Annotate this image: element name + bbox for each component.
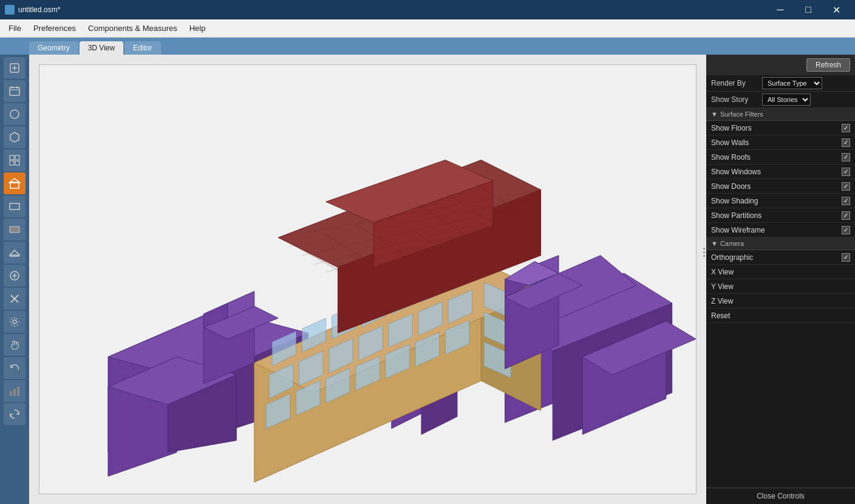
sidebar-btn-hand[interactable] xyxy=(4,334,26,356)
camera-orthographic-label: Orthographic xyxy=(711,253,842,262)
sidebar-btn-rect[interactable] xyxy=(4,196,26,217)
sidebar-btn-cross[interactable] xyxy=(4,288,26,310)
filter-windows-checkbox[interactable] xyxy=(842,168,850,176)
render-by-label: Render By xyxy=(711,79,760,87)
viewport-inner xyxy=(39,64,697,494)
camera-x-view[interactable]: X View xyxy=(706,265,855,279)
viewport[interactable] xyxy=(29,55,706,504)
filter-doors[interactable]: Show Doors xyxy=(706,179,855,194)
camera-header: ▼ Camera xyxy=(706,237,855,250)
filter-wireframe-checkbox[interactable] xyxy=(842,226,850,234)
filter-partitions-checkbox[interactable] xyxy=(842,211,850,220)
menu-help[interactable]: Help xyxy=(183,21,212,35)
svg-rect-10 xyxy=(15,155,19,160)
camera-y-view-label: Y View xyxy=(711,282,850,291)
titlebar-left: untitled.osm* xyxy=(5,5,60,15)
sidebar-btn-undo[interactable] xyxy=(4,357,26,379)
svg-rect-12 xyxy=(15,161,19,165)
main-area: Refresh Render By Surface Type Construct… xyxy=(0,55,855,504)
titlebar: untitled.osm* ─ □ ✕ xyxy=(0,0,855,19)
show-story-row: Show Story All Stories Story 1 Story 2 xyxy=(706,92,855,108)
svg-point-24 xyxy=(13,320,16,324)
svg-marker-17 xyxy=(10,250,19,255)
sidebar xyxy=(0,55,29,504)
svg-rect-27 xyxy=(17,387,19,396)
camera-reset[interactable]: Reset xyxy=(706,308,855,323)
filter-floors-checkbox[interactable] xyxy=(842,124,850,132)
maximize-button[interactable]: □ xyxy=(794,0,822,19)
sidebar-btn-calendar[interactable] xyxy=(4,80,26,102)
close-controls-button[interactable]: Close Controls xyxy=(706,488,855,504)
sidebar-btn-grid[interactable] xyxy=(4,149,26,171)
svg-rect-26 xyxy=(13,389,16,396)
svg-rect-3 xyxy=(10,87,19,95)
tab-editor[interactable]: Editor xyxy=(124,41,160,55)
sidebar-btn-building[interactable] xyxy=(4,172,26,194)
filter-walls-checkbox[interactable] xyxy=(842,138,850,147)
svg-rect-15 xyxy=(10,203,19,209)
collapse-icon: ▼ xyxy=(711,111,718,118)
refresh-row: Refresh xyxy=(706,55,855,75)
panel-resize-grip[interactable] xyxy=(701,240,706,264)
filter-shading-label: Show Shading xyxy=(711,197,842,205)
show-story-label: Show Story xyxy=(711,95,760,104)
camera-orthographic[interactable]: Orthographic xyxy=(706,250,855,265)
right-panel: Refresh Render By Surface Type Construct… xyxy=(706,55,855,504)
tabbar: Geometry 3D View Editor xyxy=(0,38,855,55)
surface-filters-header: ▼ Surface Filters xyxy=(706,108,855,121)
building-scene xyxy=(39,65,696,494)
filter-walls-label: Show Walls xyxy=(711,138,842,147)
svg-point-7 xyxy=(10,110,19,118)
camera-y-view[interactable]: Y View xyxy=(706,279,855,294)
sidebar-btn-solid[interactable] xyxy=(4,219,26,240)
refresh-button[interactable]: Refresh xyxy=(806,58,850,72)
grip-dot-1 xyxy=(703,248,705,250)
tab-3d-view[interactable]: 3D View xyxy=(80,41,123,55)
window-title: untitled.osm* xyxy=(18,5,60,14)
menu-file[interactable]: File xyxy=(2,21,27,35)
sidebar-btn-loop[interactable] xyxy=(4,403,26,425)
menu-components-measures[interactable]: Components & Measures xyxy=(82,21,183,35)
close-button[interactable]: ✕ xyxy=(822,0,850,19)
sidebar-btn-chart[interactable] xyxy=(4,380,26,402)
sidebar-btn-settings[interactable] xyxy=(4,311,26,333)
sidebar-btn-floor[interactable] xyxy=(4,242,26,264)
svg-rect-25 xyxy=(10,391,12,396)
filter-walls[interactable]: Show Walls xyxy=(706,135,855,150)
filter-doors-label: Show Doors xyxy=(711,182,842,191)
minimize-button[interactable]: ─ xyxy=(766,0,794,19)
grip-dot-3 xyxy=(703,255,705,257)
render-by-select[interactable]: Surface Type Construction Thermal Zone S… xyxy=(762,77,822,89)
filter-roofs-label: Show Roofs xyxy=(711,153,842,162)
camera-x-view-label: X View xyxy=(711,268,850,276)
filter-wireframe-label: Show Wireframe xyxy=(711,226,842,234)
filter-windows[interactable]: Show Windows xyxy=(706,165,855,179)
filter-roofs[interactable]: Show Roofs xyxy=(706,150,855,165)
show-story-select[interactable]: All Stories Story 1 Story 2 xyxy=(762,94,811,106)
menu-preferences[interactable]: Preferences xyxy=(27,21,82,35)
filter-partitions[interactable]: Show Partitions xyxy=(706,208,855,223)
filter-doors-checkbox[interactable] xyxy=(842,182,850,191)
menubar: File Preferences Components & Measures H… xyxy=(0,19,855,38)
camera-z-view[interactable]: Z View xyxy=(706,294,855,308)
filter-floors-label: Show Floors xyxy=(711,124,842,132)
sidebar-btn-new[interactable] xyxy=(4,57,26,79)
filter-shading-checkbox[interactable] xyxy=(842,197,850,205)
sidebar-btn-hex[interactable] xyxy=(4,126,26,148)
filter-roofs-checkbox[interactable] xyxy=(842,153,850,162)
filter-shading[interactable]: Show Shading xyxy=(706,194,855,208)
surface-filters-label: Surface Filters xyxy=(720,111,763,118)
filter-partitions-label: Show Partitions xyxy=(711,211,842,220)
svg-marker-8 xyxy=(10,132,19,142)
sidebar-btn-circle[interactable] xyxy=(4,103,26,125)
tab-geometry[interactable]: Geometry xyxy=(29,41,78,55)
filter-floors[interactable]: Show Floors xyxy=(706,121,855,135)
camera-z-view-label: Z View xyxy=(711,297,850,305)
filter-windows-label: Show Windows xyxy=(711,168,842,176)
app-icon xyxy=(5,5,15,15)
filter-wireframe[interactable]: Show Wireframe xyxy=(706,223,855,237)
camera-label: Camera xyxy=(720,240,744,247)
svg-rect-16 xyxy=(10,226,19,233)
sidebar-btn-add[interactable] xyxy=(4,265,26,287)
camera-orthographic-checkbox[interactable] xyxy=(842,253,850,262)
